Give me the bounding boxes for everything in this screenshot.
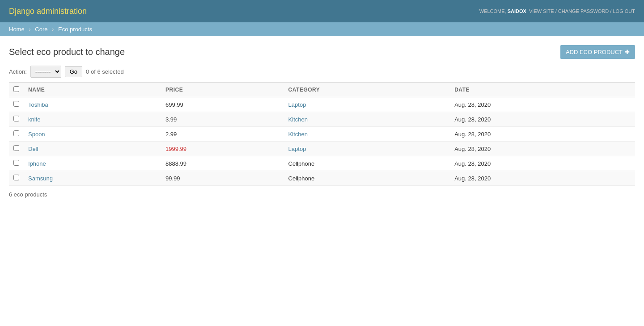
- select-all-checkbox[interactable]: [13, 86, 19, 92]
- username: SAIDOX: [508, 8, 526, 14]
- product-link-4[interactable]: Iphone: [28, 160, 46, 167]
- category-cell: Laptop: [284, 97, 450, 112]
- breadcrumb-current: Eco products: [58, 26, 92, 33]
- action-select[interactable]: --------: [30, 66, 61, 78]
- eco-products-table: NAME PRICE CATEGORY DATE Toshiba699.99La…: [9, 82, 635, 186]
- select-all-column: [9, 83, 24, 97]
- table-row: Spoon2.99KitchenAug. 28, 2020: [9, 127, 635, 142]
- row-checkbox-1[interactable]: [13, 116, 19, 121]
- user-tools: WELCOME, SAIDOX. VIEW SITE / CHANGE PASS…: [479, 8, 635, 14]
- category-link-0[interactable]: Laptop: [288, 101, 306, 108]
- date-cell: Aug. 28, 2020: [450, 171, 635, 186]
- action-label: Action:: [9, 68, 27, 75]
- table-row: Toshiba699.99LaptopAug. 28, 2020: [9, 97, 635, 112]
- add-eco-product-button[interactable]: ADD ECO PRODUCT ✚: [560, 45, 635, 59]
- name-column-header: NAME: [24, 83, 161, 97]
- row-checkbox-5[interactable]: [13, 175, 19, 180]
- welcome-prefix: WELCOME,: [479, 8, 506, 14]
- date-cell: Aug. 28, 2020: [450, 112, 635, 127]
- site-header: Django administration WELCOME, SAIDOX. V…: [0, 0, 644, 22]
- date-cell: Aug. 28, 2020: [450, 142, 635, 156]
- table-header-row: NAME PRICE CATEGORY DATE: [9, 83, 635, 97]
- price-cell: 8888.99: [161, 156, 284, 171]
- row-checkbox-3[interactable]: [13, 145, 19, 151]
- date-cell: Aug. 28, 2020: [450, 127, 635, 142]
- content-header: Select eco product to change ADD ECO PRO…: [9, 45, 635, 59]
- category-cell: Cellphone: [284, 171, 450, 186]
- category-column-header: CATEGORY: [284, 83, 450, 97]
- table-row: knife3.99KitchenAug. 28, 2020: [9, 112, 635, 127]
- date-cell: Aug. 28, 2020: [450, 156, 635, 171]
- add-icon: ✚: [625, 49, 630, 55]
- category-link-1[interactable]: Kitchen: [288, 116, 308, 123]
- page-title: Select eco product to change: [9, 47, 125, 57]
- price-cell: 699.99: [161, 97, 284, 112]
- price-cell: 1999.99: [161, 142, 284, 156]
- row-checkbox-0[interactable]: [13, 101, 19, 107]
- category-cell: Kitchen: [284, 127, 450, 142]
- product-link-3[interactable]: Dell: [28, 146, 38, 152]
- main-content: Select eco product to change ADD ECO PRO…: [0, 36, 644, 207]
- breadcrumb-separator-1: ›: [29, 26, 30, 33]
- add-eco-product-label: ADD ECO PRODUCT: [566, 49, 623, 55]
- breadcrumb-core[interactable]: Core: [35, 26, 47, 33]
- product-link-2[interactable]: Spoon: [28, 131, 45, 138]
- row-count: 6 eco products: [9, 191, 635, 198]
- view-site-link[interactable]: VIEW SITE: [529, 8, 554, 14]
- price-cell: 2.99: [161, 127, 284, 142]
- log-out-link[interactable]: LOG OUT: [613, 8, 635, 14]
- table-row: Dell1999.99LaptopAug. 28, 2020: [9, 142, 635, 156]
- breadcrumb: Home › Core › Eco products: [0, 22, 644, 36]
- category-cell: Laptop: [284, 142, 450, 156]
- breadcrumb-separator-2: ›: [52, 26, 54, 33]
- row-checkbox-2[interactable]: [13, 130, 19, 136]
- product-link-0[interactable]: Toshiba: [28, 101, 48, 108]
- price-cell: 99.99: [161, 171, 284, 186]
- table-row: Samsung99.99CellphoneAug. 28, 2020: [9, 171, 635, 186]
- site-title[interactable]: Django administration: [9, 7, 87, 16]
- category-cell: Kitchen: [284, 112, 450, 127]
- go-button[interactable]: Go: [65, 66, 82, 77]
- change-password-link[interactable]: CHANGE PASSWORD: [558, 8, 609, 14]
- row-checkbox-4[interactable]: [13, 160, 19, 166]
- date-column-header: DATE: [450, 83, 635, 97]
- category-link-3[interactable]: Laptop: [288, 146, 306, 152]
- category-cell: Cellphone: [284, 156, 450, 171]
- product-link-5[interactable]: Samsung: [28, 175, 53, 182]
- product-link-1[interactable]: knife: [28, 116, 40, 123]
- table-row: Iphone8888.99CellphoneAug. 28, 2020: [9, 156, 635, 171]
- category-link-2[interactable]: Kitchen: [288, 131, 308, 138]
- date-cell: Aug. 28, 2020: [450, 97, 635, 112]
- breadcrumb-home[interactable]: Home: [9, 26, 25, 33]
- action-bar: Action: -------- Go 0 of 6 selected: [9, 66, 635, 78]
- selection-count: 0 of 6 selected: [86, 68, 124, 75]
- price-column-header: PRICE: [161, 83, 284, 97]
- price-cell: 3.99: [161, 112, 284, 127]
